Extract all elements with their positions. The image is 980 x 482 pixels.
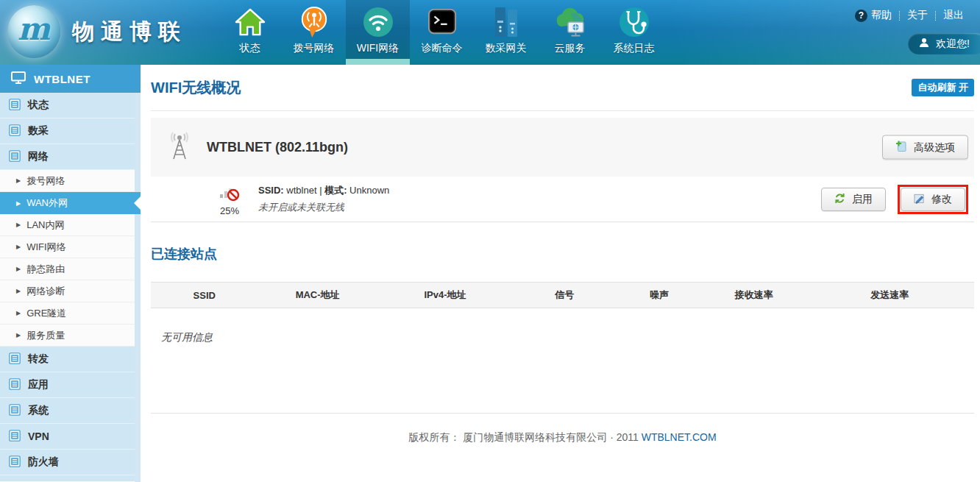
sidebar-item-label: GRE隧道	[26, 307, 66, 320]
tab-label: 系统日志	[614, 42, 655, 55]
help-link[interactable]: ? 帮助	[848, 9, 899, 22]
wifi-ssid-row: 25% SSID: wtblnet | 模式: Unknown 未开启或未关联无…	[151, 177, 974, 222]
edit-label: 修改	[931, 193, 952, 206]
sidebar-item-status[interactable]: 状态	[0, 93, 135, 118]
triangle-right-icon: ▶	[16, 177, 21, 184]
sidebar-item-label: WIFI网络	[26, 241, 65, 254]
sidebar-item-vpn[interactable]: VPN	[0, 424, 135, 450]
list-icon	[9, 378, 21, 392]
edit-pencil-icon	[914, 193, 925, 206]
logo-letter: m	[18, 14, 50, 45]
logout-label: 退出	[943, 9, 964, 22]
sidebar-device-header: WTBLNET	[0, 65, 141, 93]
sidebar-item-qos[interactable]: ▶ 服务质量	[0, 325, 135, 347]
footer-link[interactable]: WTBLNET.COM	[642, 431, 717, 443]
monitor-icon	[11, 71, 26, 86]
sidebar-item-dialup[interactable]: ▶ 拨号网络	[0, 170, 135, 192]
sidebar-item-wifi[interactable]: ▶ WIFI网络	[0, 236, 135, 258]
user-icon	[919, 38, 929, 50]
triangle-right-icon: ▶	[16, 266, 21, 272]
antenna-tower-icon	[166, 131, 193, 163]
sidebar-item-label: 网络	[28, 150, 49, 163]
footer: 版权所有： 厦门物通博联网络科技有限公司 · 2011 WTBLNET.COM	[151, 431, 974, 444]
cloud-monitor-icon	[553, 4, 587, 40]
sidebar-item-label: 状态	[28, 99, 49, 112]
auto-refresh-toggle[interactable]: 自动刷新 开	[912, 79, 974, 96]
list-icon	[9, 430, 21, 444]
tab-data-gateway[interactable]: 数采网关	[474, 0, 538, 65]
sidebar-item-label: 服务质量	[26, 329, 65, 342]
column-header: 噪声	[616, 283, 702, 308]
question-icon: ?	[855, 10, 867, 22]
triangle-right-icon: ▶	[16, 288, 21, 294]
tab-diagnostic-command[interactable]: 诊断命令	[410, 0, 474, 65]
help-label: 帮助	[871, 9, 892, 22]
enable-button[interactable]: 启用	[821, 188, 886, 211]
sidebar-item-wan[interactable]: ▶ WAN外网	[0, 192, 141, 214]
advanced-options-button[interactable]: 高级选项	[882, 135, 968, 160]
triangle-right-icon: ▶	[16, 310, 21, 316]
mode-label: 模式:	[324, 185, 347, 196]
edit-button[interactable]: 修改	[901, 188, 965, 211]
highlight-box: 修改	[898, 185, 968, 214]
refresh-icon	[834, 193, 845, 206]
sidebar-item-net-diagnose[interactable]: ▶ 网络诊断	[0, 280, 135, 302]
signal-disabled-icon	[219, 191, 241, 204]
wifi-network-title: WTBLNET (802.11bgn)	[207, 140, 348, 155]
welcome-button[interactable]: 欢迎您!	[908, 33, 980, 54]
tab-label: 诊断命令	[422, 42, 463, 55]
top-links: ? 帮助 关于 退出	[848, 9, 971, 22]
column-header: MAC-地址	[258, 283, 377, 308]
sidebar-item-firewall[interactable]: 防火墙	[0, 450, 135, 475]
sidebar-item-application[interactable]: 应用	[0, 372, 135, 398]
sidebar-item-label: 系统	[28, 404, 49, 417]
logout-link[interactable]: 退出	[936, 9, 971, 22]
list-icon	[9, 352, 21, 366]
table-header-row: SSID MAC-地址 IPv4-地址 信号 噪声 接收速率 发送速率	[151, 283, 974, 308]
tab-dialup-network[interactable]: 拨号网络	[282, 0, 346, 65]
sidebar-item-network[interactable]: 网络	[0, 144, 135, 170]
home-icon	[235, 4, 266, 40]
sidebar-item-label: VPN	[28, 430, 49, 442]
copyright-text: 版权所有： 厦门物通博联网络科技有限公司 · 2011	[408, 431, 638, 443]
sidebar-item-static-route[interactable]: ▶ 静态路由	[0, 258, 135, 280]
ssid-line: SSID: wtblnet | 模式: Unknown	[258, 184, 389, 197]
sidebar-item-forward[interactable]: 转发	[0, 347, 135, 372]
antenna-bubble-icon	[299, 4, 330, 40]
tab-label: 状态	[240, 42, 260, 55]
sidebar-item-label: 转发	[28, 352, 49, 366]
list-icon	[9, 404, 21, 418]
divider	[151, 110, 974, 111]
tab-wifi-network[interactable]: WIFI网络	[346, 0, 410, 65]
column-header: SSID	[151, 283, 258, 308]
tab-label: WIFI网络	[357, 42, 400, 55]
brand-logo: m 物通博联	[7, 5, 187, 58]
tab-label: 云服务	[555, 42, 586, 55]
brand-name: 物通博联	[72, 17, 187, 47]
about-link[interactable]: 关于	[900, 9, 935, 22]
triangle-right-icon: ▶	[16, 244, 21, 250]
column-header: 接收速率	[703, 283, 806, 308]
logo-sphere-icon: m	[7, 5, 60, 58]
sidebar-item-lan[interactable]: ▶ LAN内网	[0, 214, 135, 236]
top-nav: 状态 拨号网络 WIFI网络 诊断命令 数采网关	[218, 0, 666, 65]
server-rack-icon	[491, 4, 521, 40]
tab-label: 数采网关	[486, 42, 527, 55]
main-content: WIFI无线概况 自动刷新 开 WTBLNET (802.11bgn) 高级选项…	[141, 65, 980, 482]
wifi-status-text: 未开启或未关联无线	[258, 201, 389, 214]
mode-value: Unknown	[349, 185, 389, 196]
sidebar-item-data-collect[interactable]: 数采	[0, 118, 135, 144]
terminal-icon	[427, 4, 458, 40]
tab-cloud-service[interactable]: 云服务	[538, 0, 602, 65]
connected-stations-table: SSID MAC-地址 IPv4-地址 信号 噪声 接收速率 发送速率	[151, 282, 974, 308]
tab-status[interactable]: 状态	[218, 0, 282, 65]
column-header: 信号	[513, 283, 616, 308]
sidebar: WTBLNET 状态 数采 网络 ▶ 拨号网络 ▶ WAN外网 ▶ LAN内网 …	[0, 65, 141, 482]
list-icon	[9, 124, 21, 138]
sidebar-item-gre-tunnel[interactable]: ▶ GRE隧道	[0, 302, 135, 325]
triangle-right-icon: ▶	[16, 221, 21, 228]
sidebar-item-label: 应用	[28, 378, 49, 391]
tab-system-log[interactable]: 系统日志	[602, 0, 666, 65]
sidebar-item-system[interactable]: 系统	[0, 398, 135, 424]
sidebar-item-label: WAN外网	[26, 196, 68, 210]
